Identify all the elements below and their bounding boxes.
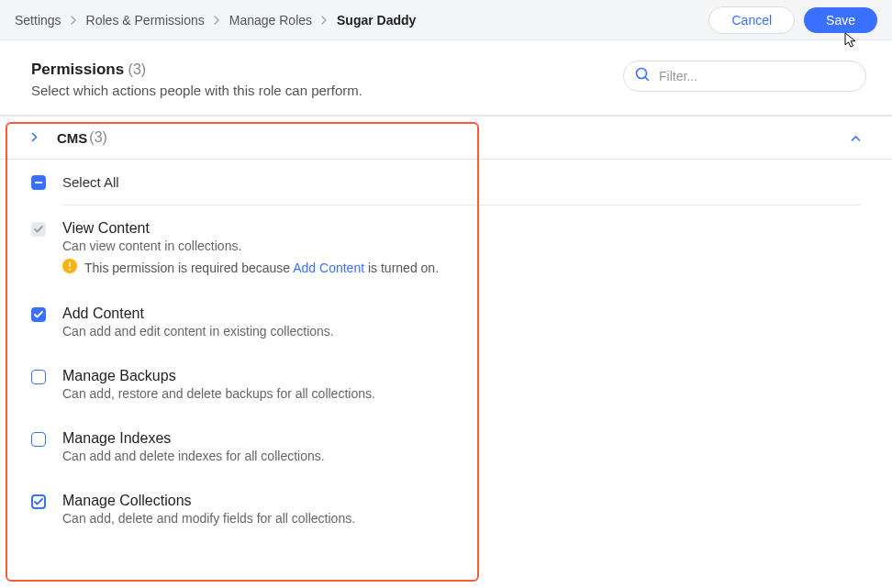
- chevron-right-icon: [321, 16, 328, 25]
- checkbox-manage-backups[interactable]: [31, 370, 46, 384]
- permission-title: Add Content: [62, 305, 861, 322]
- permission-row-manage-backups: Manage Backups Can add, restore and dele…: [31, 353, 861, 416]
- permission-title: View Content: [62, 220, 861, 237]
- header-bar: Settings Roles & Permissions Manage Role…: [0, 0, 892, 40]
- permission-list: Select All View Content Can view content…: [0, 160, 892, 540]
- checkbox-view-content[interactable]: [31, 222, 46, 237]
- breadcrumb: Settings Roles & Permissions Manage Role…: [15, 13, 416, 28]
- chevron-up-icon[interactable]: [851, 129, 861, 146]
- page-subtitle: Select which actions people with this ro…: [31, 83, 362, 98]
- breadcrumb-roles-permissions[interactable]: Roles & Permissions: [86, 13, 205, 28]
- chevron-right-icon: [31, 129, 39, 146]
- title-text: Permissions (3) Select which actions peo…: [31, 61, 362, 98]
- section-count: (3): [89, 129, 107, 146]
- header-actions: Cancel Save: [708, 6, 877, 34]
- checkbox-add-content[interactable]: [31, 307, 46, 322]
- warning-icon: [62, 259, 77, 276]
- breadcrumb-current: Sugar Daddy: [337, 13, 416, 28]
- note-prefix: This permission is required because: [84, 261, 293, 275]
- permission-row-add-content: Add Content Can add and edit content in …: [31, 291, 861, 353]
- permission-row-manage-collections: Manage Collections Can add, delete and m…: [31, 478, 861, 540]
- permission-desc: Can add and edit content in existing col…: [62, 324, 861, 338]
- chevron-right-icon: [71, 16, 77, 25]
- permission-row-view-content: View Content Can view content in collect…: [31, 205, 861, 291]
- breadcrumb-manage-roles[interactable]: Manage Roles: [229, 13, 312, 28]
- note-link-add-content[interactable]: Add Content: [293, 261, 364, 275]
- permission-desc: Can view content in collections.: [62, 239, 861, 253]
- permissions-count: (3): [128, 61, 147, 77]
- permission-title: Manage Indexes: [62, 430, 861, 447]
- permission-title: Manage Backups: [62, 368, 861, 384]
- title-section: Permissions (3) Select which actions peo…: [0, 40, 892, 116]
- section-header-cms[interactable]: CMS (3): [0, 116, 892, 160]
- section-title: CMS: [57, 130, 87, 146]
- permission-title: Manage Collections: [62, 493, 861, 509]
- select-all-row: Select All: [31, 160, 861, 205]
- checkbox-manage-collections[interactable]: [31, 494, 46, 509]
- permission-desc: Can add, delete and modify fields for al…: [62, 511, 861, 526]
- permission-desc: Can add, restore and delete backups for …: [62, 386, 861, 401]
- checkbox-manage-indexes[interactable]: [31, 432, 46, 447]
- permission-row-manage-indexes: Manage Indexes Can add and delete indexe…: [31, 416, 861, 478]
- svg-point-3: [69, 269, 71, 271]
- note-suffix: is turned on.: [364, 261, 439, 275]
- breadcrumb-settings[interactable]: Settings: [15, 13, 61, 28]
- select-all-label: Select All: [62, 174, 119, 190]
- permission-desc: Can add and delete indexes for all colle…: [62, 449, 861, 463]
- filter-wrap: [623, 61, 866, 92]
- svg-rect-2: [69, 262, 71, 268]
- search-icon: [634, 66, 651, 86]
- save-button[interactable]: Save: [804, 7, 877, 33]
- cancel-button[interactable]: Cancel: [708, 6, 795, 34]
- chevron-right-icon: [214, 16, 220, 25]
- filter-input[interactable]: [623, 61, 866, 92]
- checkbox-select-all[interactable]: [31, 175, 46, 190]
- permission-note: This permission is required because Add …: [62, 259, 861, 276]
- page-title: Permissions: [31, 61, 124, 78]
